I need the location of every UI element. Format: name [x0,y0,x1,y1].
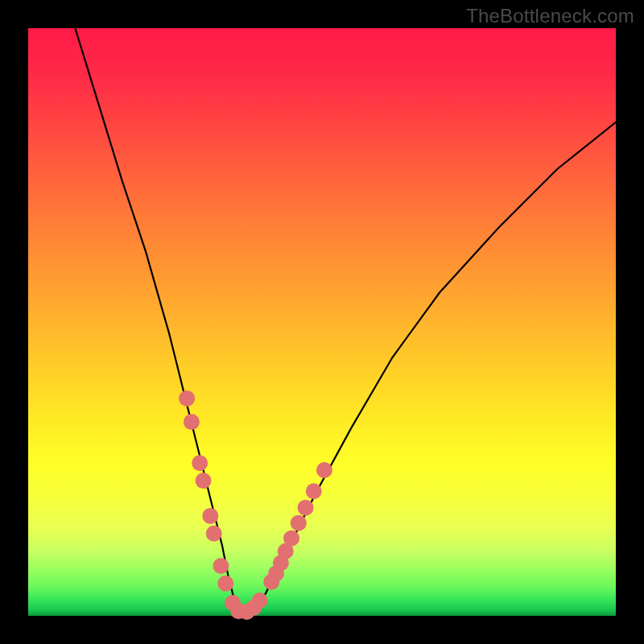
highlight-dot [291,515,307,531]
highlight-dot [298,500,314,516]
curve-line [75,28,616,613]
highlight-dot [283,530,299,547]
highlight-dot [202,508,218,524]
chart-frame: TheBottleneck.com [0,0,644,644]
highlight-dot [316,462,332,478]
highlight-dot [306,483,322,499]
highlight-dot [192,455,208,471]
highlight-dot [196,473,212,489]
highlight-dot [184,414,200,430]
highlight-dot [252,592,268,609]
highlight-dots [179,390,332,620]
highlight-dot [206,526,222,542]
highlight-dot [179,390,195,407]
watermark-label: TheBottleneck.com [466,5,634,27]
highlight-dot [217,576,233,592]
highlight-dot [213,558,229,574]
bottleneck-curve-svg [28,28,616,616]
plot-area [28,28,616,616]
